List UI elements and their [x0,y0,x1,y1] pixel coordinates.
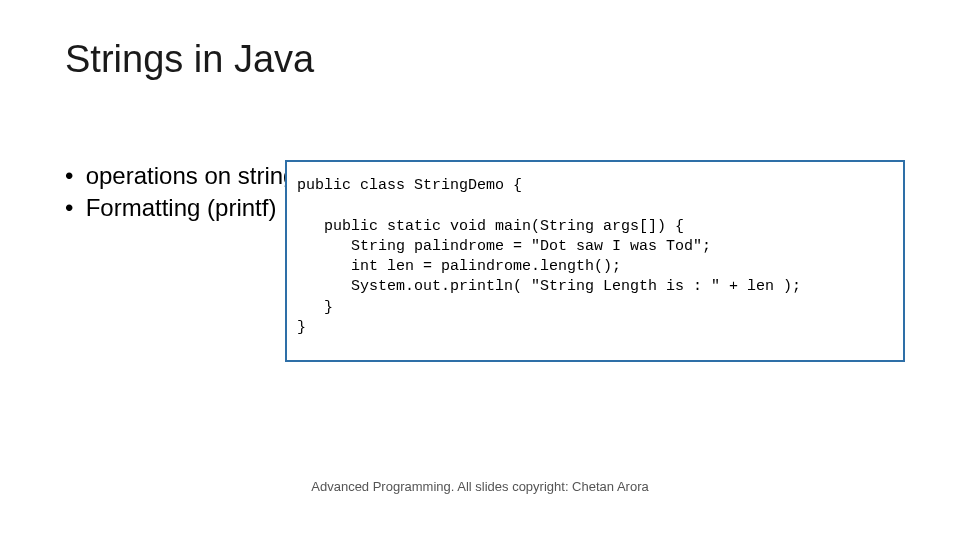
code-line: } [297,319,306,336]
bullet-item: • operations on strings [65,160,308,192]
bullet-text: Formatting (printf) [86,194,277,221]
bullet-dot-icon: • [65,160,79,192]
footer-text: Advanced Programming. All slides copyrig… [0,479,960,494]
code-line: public static void main(String args[]) { [297,218,684,235]
code-line: System.out.println( "String Length is : … [297,278,801,295]
bullet-list: • operations on strings • Formatting (pr… [65,160,308,225]
slide-title: Strings in Java [65,38,314,81]
bullet-dot-icon: • [65,192,79,224]
bullet-item: • Formatting (printf) [65,192,308,224]
code-block: public class StringDemo { public static … [285,160,905,362]
code-line: public class StringDemo { [297,177,522,194]
bullet-text: operations on strings [86,162,309,189]
code-line: String palindrome = "Dot saw I was Tod"; [297,238,711,255]
slide: Strings in Java • operations on strings … [0,0,960,540]
code-line: int len = palindrome.length(); [297,258,621,275]
code-line: } [297,299,333,316]
